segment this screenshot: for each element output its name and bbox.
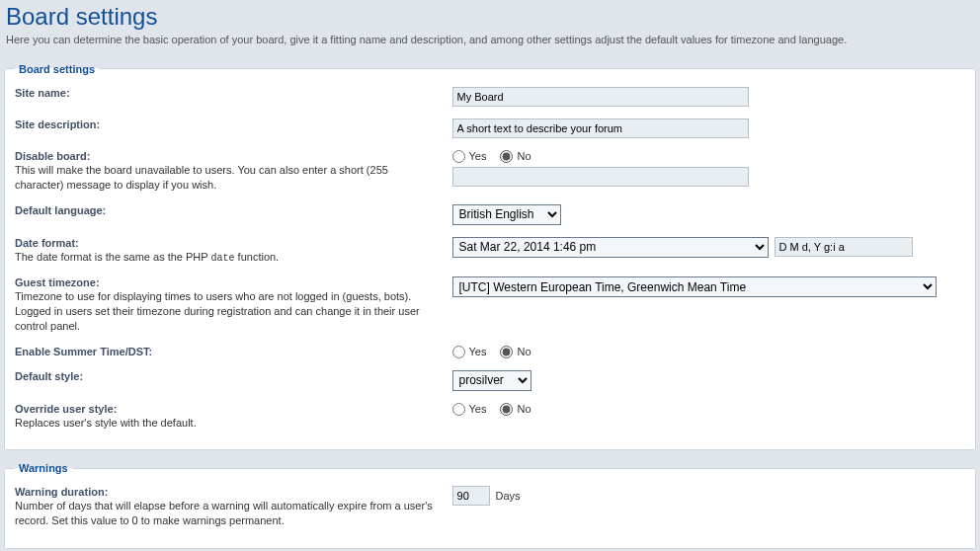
date-format-label: Date format: — [15, 237, 79, 249]
override-style-no-option[interactable]: No — [500, 403, 531, 416]
disable-board-no-radio[interactable] — [500, 150, 513, 163]
disable-board-label: Disable board: — [15, 150, 90, 162]
warning-duration-unit: Days — [496, 490, 521, 502]
summer-time-yes-option[interactable]: Yes — [452, 346, 487, 358]
summer-time-yes-radio[interactable] — [452, 346, 465, 358]
summer-time-label: Enable Summer Time/DST: — [15, 346, 152, 357]
default-style-label: Default style: — [15, 370, 83, 382]
default-language-select[interactable]: British English — [452, 204, 561, 225]
default-style-select[interactable]: prosilver — [452, 370, 531, 391]
board-settings-legend: Board settings — [15, 63, 99, 75]
warnings-legend: Warnings — [15, 462, 72, 474]
disable-board-yes-option[interactable]: Yes — [452, 150, 487, 163]
date-format-select[interactable]: Sat Mar 22, 2014 1:46 pm — [452, 237, 769, 258]
override-style-hint: Replaces user's style with the default. — [15, 416, 437, 431]
page-description: Here you can determine the basic operati… — [6, 33, 974, 47]
default-language-label: Default language: — [15, 204, 106, 216]
guest-timezone-hint: Timezone to use for displaying times to … — [15, 289, 437, 334]
summer-time-no-option[interactable]: No — [500, 346, 531, 358]
warnings-fieldset: Warnings Warning duration: Number of day… — [4, 462, 976, 549]
disable-board-no-option[interactable]: No — [500, 150, 531, 163]
site-description-label: Site description: — [15, 118, 100, 130]
warning-duration-input[interactable] — [452, 486, 490, 506]
guest-timezone-select[interactable]: [UTC] Western European Time, Greenwich M… — [452, 276, 937, 297]
site-name-input[interactable] — [452, 87, 749, 107]
disable-board-hint: This will make the board unavailable to … — [15, 163, 437, 193]
site-description-input[interactable] — [452, 118, 749, 138]
page-title: Board settings — [6, 3, 974, 31]
disable-board-message-input[interactable] — [452, 167, 749, 187]
date-format-hint: The date format is the same as the PHP d… — [15, 250, 437, 266]
override-style-yes-radio[interactable] — [452, 403, 465, 416]
disable-board-yes-radio[interactable] — [452, 150, 465, 163]
date-format-input[interactable] — [775, 237, 913, 257]
board-settings-fieldset: Board settings Site name: Site descripti… — [4, 63, 976, 451]
guest-timezone-label: Guest timezone: — [15, 276, 100, 288]
summer-time-no-radio[interactable] — [500, 346, 513, 358]
site-name-label: Site name: — [15, 87, 70, 99]
override-style-label: Override user style: — [15, 403, 117, 415]
override-style-yes-option[interactable]: Yes — [452, 403, 487, 416]
warning-duration-label: Warning duration: — [15, 486, 108, 498]
override-style-no-radio[interactable] — [500, 403, 513, 416]
warning-duration-hint: Number of days that will elapse before a… — [15, 499, 437, 528]
